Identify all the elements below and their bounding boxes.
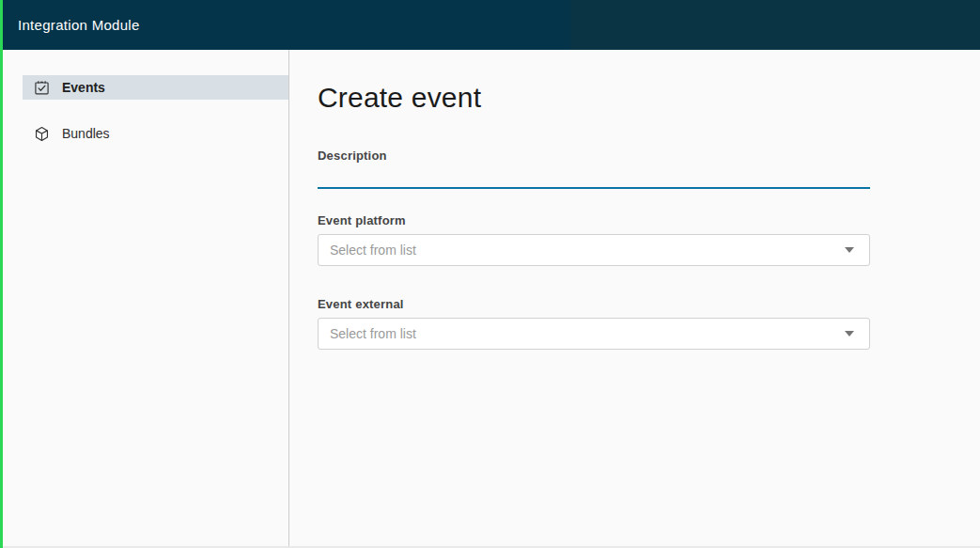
sidebar-item-label: Events	[62, 80, 105, 95]
sidebar-item-label: Bundles	[62, 126, 110, 141]
description-field-group: Description	[318, 149, 870, 189]
event-platform-label: Event platform	[318, 213, 870, 227]
chevron-down-icon	[845, 247, 854, 253]
sidebar-item-events[interactable]: Events	[23, 75, 288, 100]
main-content: Create event Description Event platform …	[289, 50, 980, 548]
sidebar-item-bundles[interactable]: Bundles	[23, 121, 288, 146]
description-input[interactable]	[318, 164, 870, 189]
event-external-select[interactable]: Select from list	[318, 318, 870, 350]
create-event-form: Description Event platform Select from l…	[318, 149, 870, 350]
event-external-label: Event external	[318, 297, 870, 311]
chevron-down-icon	[845, 331, 854, 337]
calendar-check-icon	[33, 79, 50, 96]
event-platform-select[interactable]: Select from list	[318, 234, 870, 266]
description-label: Description	[318, 149, 870, 163]
cube-icon	[33, 125, 50, 142]
accent-green-bar	[0, 0, 3, 548]
sidebar: Events Bundles	[0, 50, 289, 548]
event-platform-field-group: Event platform Select from list	[318, 213, 870, 266]
app-title: Integration Module	[18, 17, 140, 33]
app-header: Integration Module	[0, 0, 980, 50]
select-placeholder: Select from list	[330, 243, 416, 258]
event-external-field-group: Event external Select from list	[318, 297, 870, 350]
select-placeholder: Select from list	[330, 326, 416, 341]
page-title: Create event	[318, 82, 980, 114]
